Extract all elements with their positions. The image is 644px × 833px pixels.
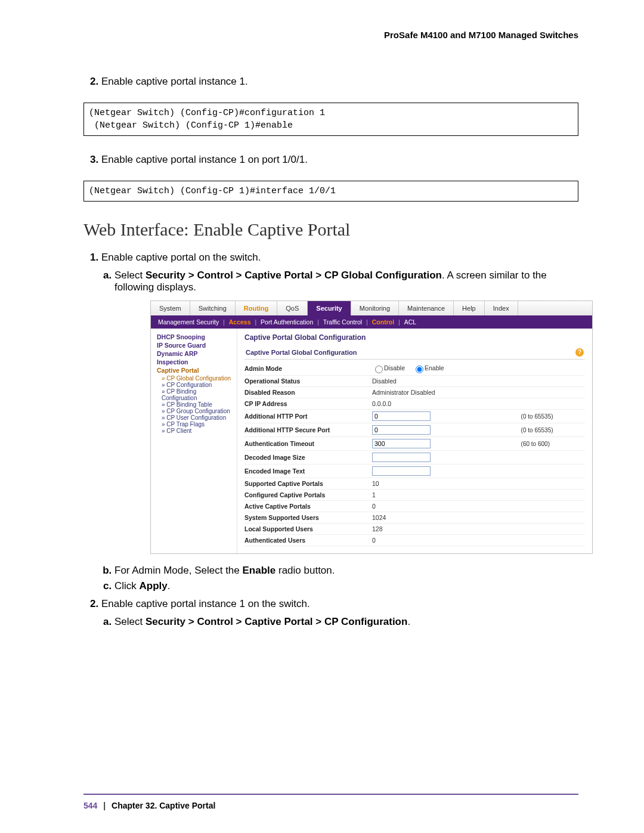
sidebar-cp-trap[interactable]: CP Trap Flags bbox=[157, 421, 233, 428]
subnav-traffic[interactable]: Traffic Control bbox=[323, 318, 362, 326]
value-active-cp: 0 bbox=[372, 501, 521, 512]
sidebar-cp-config[interactable]: CP Configuration bbox=[157, 382, 233, 388]
label-dis-reason: Disabled Reason bbox=[244, 387, 372, 398]
tab-index[interactable]: Index bbox=[485, 301, 518, 315]
sidebar-cp-binding-config[interactable]: CP Binding Configruation bbox=[157, 388, 233, 401]
label-auth-users: Authenticated Users bbox=[244, 535, 372, 546]
step-2: Enable captive portal instance 1. bbox=[101, 76, 578, 88]
text: Select bbox=[114, 270, 145, 281]
subnav-portauth[interactable]: Port Authentication bbox=[261, 318, 313, 326]
sidebar-captive-portal[interactable]: Captive Portal bbox=[157, 367, 233, 374]
tab-help[interactable]: Help bbox=[454, 301, 485, 315]
panel-title: Captive Portal Global Configuration bbox=[244, 333, 585, 342]
web-step-2-text: Enable captive portal instance 1 on the … bbox=[101, 598, 310, 609]
screenshot-panel: System Switching Routing QoS Security Mo… bbox=[150, 301, 593, 554]
step-3-text: Enable captive portal instance 1 on port… bbox=[101, 154, 308, 165]
label-op-status: Operational Status bbox=[244, 376, 372, 387]
code-block-1: (Netgear Switch) (Config-CP)#configurati… bbox=[83, 103, 578, 136]
sidebar-dynarp[interactable]: Dynamic ARP bbox=[157, 350, 233, 357]
web-step-1-text: Enable captive portal on the switch. bbox=[101, 252, 261, 263]
radio-disable[interactable] bbox=[375, 366, 383, 373]
sidebar-inspection[interactable]: Inspection bbox=[157, 358, 233, 366]
label-decoded-img: Decoded Image Size bbox=[244, 451, 372, 465]
label-https-port: Additional HTTP Secure Port bbox=[244, 423, 372, 437]
sidebar-cp-global[interactable]: CP Global Configuration bbox=[157, 375, 233, 382]
text-bold: Enable bbox=[243, 565, 276, 576]
hint-http: (0 to 65535) bbox=[521, 410, 585, 423]
sidebar-dhcp[interactable]: DHCP Snooping bbox=[157, 333, 233, 340]
step-2-text: Enable captive portal instance 1. bbox=[101, 76, 248, 87]
section-title: Web Interface: Enable Captive Portal bbox=[83, 219, 578, 240]
label-cp-ip: CP IP Address bbox=[244, 398, 372, 410]
label-admin-mode: Admin Mode bbox=[244, 362, 372, 376]
web-step-1: Enable captive portal on the switch. Sel… bbox=[101, 252, 578, 592]
sidebar-cp-user[interactable]: CP User Configuration bbox=[157, 414, 233, 421]
subnav-acl[interactable]: ACL bbox=[404, 318, 416, 326]
breadcrumb-path: Security > Control > Captive Portal > CP… bbox=[145, 616, 407, 627]
label-sys-users: System Supported Users bbox=[244, 512, 372, 524]
value-op-status: Disabled bbox=[372, 376, 521, 387]
web-step-1b: For Admin Mode, Select the Enable radio … bbox=[114, 565, 578, 577]
text: . bbox=[168, 580, 171, 592]
web-step-1c: Click Apply. bbox=[114, 580, 578, 592]
code-line: (Netgear Switch) (Config-CP 1)#enable bbox=[89, 120, 293, 131]
tab-switching[interactable]: Switching bbox=[190, 301, 236, 315]
footer-sep: | bbox=[103, 801, 106, 810]
code-block-2: (Netgear Switch) (Config-CP 1)#interface… bbox=[83, 181, 578, 202]
code-line: (Netgear Switch) (Config-CP)#configurati… bbox=[89, 108, 325, 118]
label-auth-timeout: Authentication Timeout bbox=[244, 437, 372, 451]
subnav-control[interactable]: Control bbox=[372, 318, 394, 326]
config-table: Admin Mode Disable Enable Operational St… bbox=[244, 362, 585, 546]
sidebar-cp-group[interactable]: CP Group Configuration bbox=[157, 408, 233, 414]
radio-disable-label: Disable bbox=[384, 364, 405, 371]
chapter-label: Chapter 32. Captive Portal bbox=[112, 801, 215, 810]
help-icon[interactable]: ? bbox=[575, 348, 584, 357]
breadcrumb-path: Security > Control > Captive Portal > CP… bbox=[145, 270, 442, 281]
web-step-2: Enable captive portal instance 1 on the … bbox=[101, 598, 578, 628]
sidebar-cp-binding-table[interactable]: CP Binding Table bbox=[157, 401, 233, 408]
web-step-2a: Select Security > Control > Captive Port… bbox=[114, 616, 578, 628]
tab-maintenance[interactable]: Maintenance bbox=[399, 301, 454, 315]
text-bold: Apply bbox=[140, 580, 168, 592]
text: Select bbox=[114, 616, 145, 627]
doc-header: ProSafe M4100 and M7100 Managed Switches bbox=[83, 30, 578, 40]
label-active-cp: Active Captive Portals bbox=[244, 501, 372, 512]
tab-qos[interactable]: QoS bbox=[277, 301, 308, 315]
label-configured-cp: Configured Captive Portals bbox=[244, 490, 372, 501]
sub-nav: Management Security | Access | Port Auth… bbox=[151, 315, 592, 329]
input-encoded-img[interactable] bbox=[372, 466, 431, 476]
sidebar: DHCP Snooping IP Source Guard Dynamic AR… bbox=[151, 329, 237, 553]
subnav-management[interactable]: Management Security bbox=[158, 318, 219, 326]
input-auth-timeout[interactable] bbox=[372, 439, 431, 448]
text: For Admin Mode, Select the bbox=[114, 565, 243, 576]
subnav-access[interactable]: Access bbox=[229, 318, 251, 326]
input-decoded-img[interactable] bbox=[372, 453, 431, 462]
sidebar-cp-client[interactable]: CP Client bbox=[157, 428, 233, 434]
sidebar-ipsource[interactable]: IP Source Guard bbox=[157, 342, 233, 349]
panel-subtitle: Captive Portal Global Configuration bbox=[246, 349, 357, 356]
tab-routing[interactable]: Routing bbox=[236, 301, 278, 315]
value-configured-cp: 1 bbox=[372, 490, 521, 501]
text: . bbox=[407, 616, 410, 627]
value-local-users: 128 bbox=[372, 524, 521, 535]
value-sys-users: 1024 bbox=[372, 512, 521, 524]
tab-monitoring[interactable]: Monitoring bbox=[351, 301, 399, 315]
text: Click bbox=[114, 580, 140, 592]
page-footer: 544 | Chapter 32. Captive Portal bbox=[83, 794, 578, 810]
tab-system[interactable]: System bbox=[151, 301, 190, 315]
input-https-port[interactable] bbox=[372, 425, 431, 435]
label-local-users: Local Supported Users bbox=[244, 524, 372, 535]
value-dis-reason: Administrator Disabled bbox=[372, 387, 521, 398]
radio-enable[interactable] bbox=[416, 366, 423, 373]
label-supported-cp: Supported Captive Portals bbox=[244, 478, 372, 490]
hint-https: (0 to 65535) bbox=[521, 423, 585, 437]
label-http-port: Additional HTTP Port bbox=[244, 410, 372, 423]
input-http-port[interactable] bbox=[372, 411, 431, 421]
value-supported-cp: 10 bbox=[372, 478, 521, 490]
hint-auth-timeout: (60 to 600) bbox=[521, 437, 585, 451]
tab-security[interactable]: Security bbox=[308, 301, 351, 315]
step-3: Enable captive portal instance 1 on port… bbox=[101, 154, 578, 166]
code-line: (Netgear Switch) (Config-CP 1)#interface… bbox=[89, 186, 336, 196]
top-tabs: System Switching Routing QoS Security Mo… bbox=[151, 301, 592, 315]
value-cp-ip: 0.0.0.0 bbox=[372, 398, 521, 410]
